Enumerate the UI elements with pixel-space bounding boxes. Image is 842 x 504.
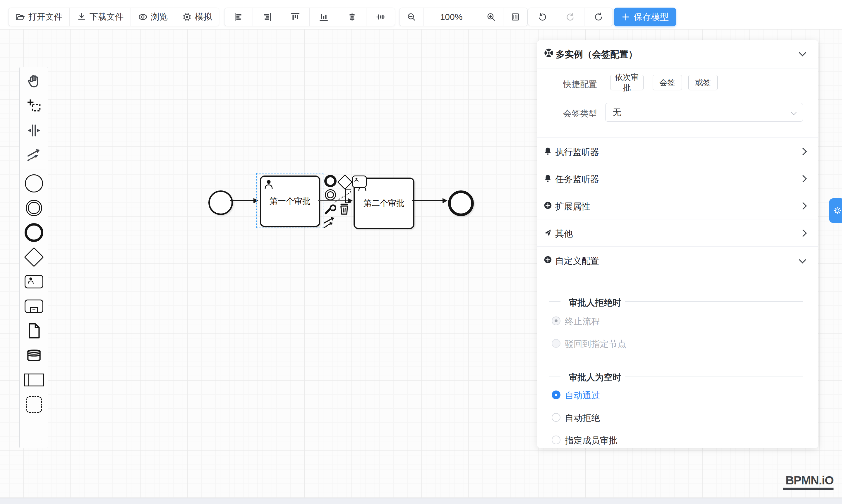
task-shape-first-approval[interactable]: 第一个审批 xyxy=(260,176,320,227)
align-bottom-button[interactable] xyxy=(310,8,338,26)
start-event-shape[interactable] xyxy=(208,191,233,215)
space-tool[interactable] xyxy=(20,118,48,143)
global-connect-tool[interactable] xyxy=(20,143,48,167)
create-group-tool[interactable] xyxy=(20,392,48,417)
gear-icon xyxy=(832,206,842,215)
user-icon xyxy=(264,179,273,190)
align-center-button[interactable] xyxy=(338,8,366,26)
radio-label: 终止流程 xyxy=(565,316,600,328)
sign-type-select[interactable]: 无 xyxy=(605,103,803,122)
create-file-tool[interactable] xyxy=(20,319,48,343)
align-center-horizontal-icon xyxy=(347,12,357,22)
create-intermediate-event-tool[interactable] xyxy=(20,196,48,220)
radio-return-to-node xyxy=(552,339,560,348)
download-icon xyxy=(77,12,87,22)
append-intermediate-event-icon[interactable] xyxy=(325,189,336,200)
save-model-button[interactable]: 保存模型 xyxy=(614,7,676,26)
section-label: 执行监听器 xyxy=(555,146,599,158)
create-datastore-tool[interactable] xyxy=(20,343,48,368)
download-file-button[interactable]: 下载文件 xyxy=(70,8,131,26)
section-label: 自定义配置 xyxy=(555,255,599,267)
end-event-icon xyxy=(24,223,43,242)
zoom-out-icon xyxy=(406,12,417,22)
align-left-button[interactable] xyxy=(225,8,253,26)
folder-open-icon xyxy=(16,12,25,22)
open-file-button[interactable]: 打开文件 xyxy=(8,8,70,26)
simulate-button[interactable]: 模拟 xyxy=(175,8,219,26)
bottom-scrollbar-track[interactable] xyxy=(0,498,842,504)
bell-icon xyxy=(543,174,552,182)
align-left-icon xyxy=(233,12,244,22)
hand-tool[interactable] xyxy=(20,69,48,94)
create-user-task-tool[interactable] xyxy=(20,269,48,294)
align-middle-vertical-icon xyxy=(376,12,386,22)
align-bottom-icon xyxy=(319,12,329,22)
section-execution-listener[interactable]: 执行监听器 xyxy=(537,138,818,165)
intermediate-event-icon xyxy=(26,200,42,216)
history-toolbar-group xyxy=(528,7,613,26)
create-end-event-tool[interactable] xyxy=(20,220,48,245)
quick-option-countersign-button[interactable]: 会签 xyxy=(653,75,682,90)
section-other[interactable]: 其他 xyxy=(537,219,818,246)
radio-label: 自动拒绝 xyxy=(565,412,600,424)
connect-flow-icon[interactable] xyxy=(323,216,336,231)
align-toolbar-group xyxy=(224,7,395,26)
divider-line xyxy=(549,301,560,302)
plus-circle-icon xyxy=(543,255,552,264)
section-task-listener[interactable]: 任务监听器 xyxy=(537,165,818,192)
lasso-icon xyxy=(26,98,42,114)
change-type-wrench-icon[interactable] xyxy=(323,202,336,216)
append-user-task-icon[interactable] xyxy=(352,176,367,188)
section-label: 其他 xyxy=(555,228,573,240)
section-custom-config[interactable]: 自定义配置 xyxy=(537,247,818,273)
undo-icon xyxy=(537,12,547,22)
settings-tab-button[interactable] xyxy=(829,198,842,223)
sequence-flow-2[interactable] xyxy=(318,200,348,201)
preview-button[interactable]: 浏览 xyxy=(131,8,175,26)
quick-option-sequential-button[interactable]: 依次审批 xyxy=(610,75,644,90)
redo-button[interactable] xyxy=(556,8,584,26)
gateway-icon xyxy=(24,247,44,267)
radio-auto-reject[interactable] xyxy=(552,413,560,422)
subprocess-icon xyxy=(24,300,43,313)
reject-group-title: 审批人拒绝时 xyxy=(569,297,621,309)
empty-group-title: 审批人为空时 xyxy=(569,372,621,383)
divider-line xyxy=(625,301,803,302)
download-file-label: 下载文件 xyxy=(90,11,123,23)
sequence-flow-3[interactable] xyxy=(412,200,443,201)
fit-viewport-button[interactable] xyxy=(503,8,527,26)
radio-auto-pass[interactable] xyxy=(552,391,560,399)
create-start-event-tool[interactable] xyxy=(20,171,48,196)
delete-trash-icon[interactable] xyxy=(339,202,349,216)
align-top-button[interactable] xyxy=(281,8,310,26)
align-right-button[interactable] xyxy=(253,8,281,26)
create-gateway-tool[interactable] xyxy=(20,245,48,269)
quick-option-orsign-button[interactable]: 或签 xyxy=(688,75,718,90)
zoom-out-button[interactable] xyxy=(400,8,424,26)
reset-button[interactable] xyxy=(584,8,613,26)
radio-assign-member[interactable] xyxy=(552,435,560,444)
sign-type-label: 会签类型 xyxy=(550,108,597,120)
divider-line xyxy=(549,376,560,376)
panel-collapse-chevron-icon[interactable] xyxy=(799,49,806,56)
zoom-in-icon xyxy=(486,12,496,22)
end-event-shape[interactable] xyxy=(448,191,474,216)
undo-button[interactable] xyxy=(528,8,556,26)
divider-line xyxy=(625,376,803,376)
divider xyxy=(537,277,818,277)
bpmn-io-logo-underline xyxy=(783,488,834,490)
create-pool-tool[interactable] xyxy=(20,368,48,392)
zoom-in-button[interactable] xyxy=(479,8,503,26)
refresh-icon xyxy=(594,12,603,22)
radio-label: 驳回到指定节点 xyxy=(565,338,626,350)
sequence-flow-1[interactable] xyxy=(230,200,254,201)
space-tool-icon xyxy=(26,123,42,138)
append-text-annotation-icon[interactable] xyxy=(345,189,351,203)
bpmn-io-logo[interactable]: BPMN.iO xyxy=(783,474,834,490)
create-subprocess-tool[interactable] xyxy=(20,294,48,319)
append-end-event-icon[interactable] xyxy=(324,175,337,187)
start-event-icon xyxy=(25,174,43,193)
lasso-tool[interactable] xyxy=(20,94,48,118)
align-middle-button[interactable] xyxy=(366,8,395,26)
section-extension-properties[interactable]: 扩展属性 xyxy=(537,192,818,219)
